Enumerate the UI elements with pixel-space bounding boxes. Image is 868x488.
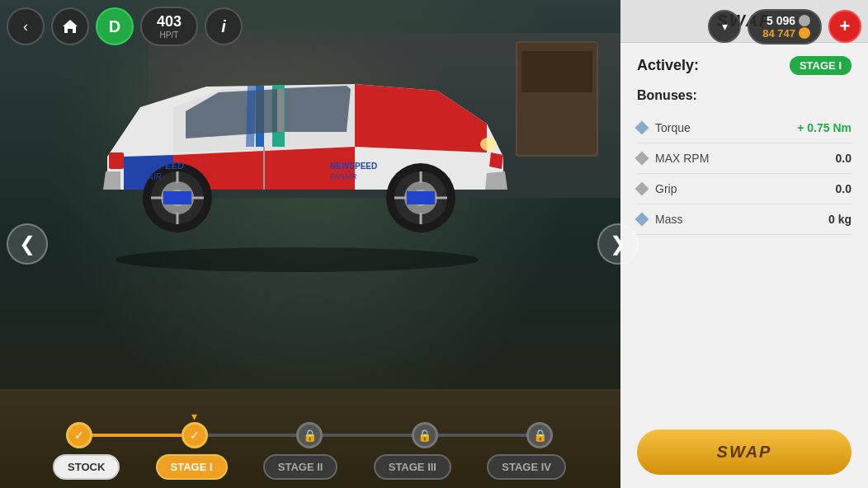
hp-display: 403 HP/T (140, 7, 198, 46)
swap-button[interactable]: SWAP (637, 429, 851, 475)
currency-display: 5 096 84 747 (748, 9, 822, 45)
actively-label: Actively: (637, 57, 699, 74)
add-currency-button[interactable]: + (828, 10, 861, 43)
back-button[interactable]: ‹ (7, 7, 45, 45)
grade-badge: D (96, 7, 134, 45)
mass-value: 0 kg (828, 213, 851, 226)
svg-point-0 (116, 247, 479, 272)
stage-4-button[interactable]: STAGE IV (487, 454, 566, 480)
grip-value: 0.0 (836, 182, 851, 195)
top-nav: ‹ D 403 HP/T i ▾ 5 096 84 747 + (7, 7, 861, 46)
svg-text:FANAIR: FANAIR (132, 172, 162, 181)
svg-text:NEWSPEED: NEWSPEED (132, 161, 184, 171)
svg-point-2 (480, 138, 497, 151)
silver-currency: 5 096 (767, 14, 810, 27)
svg-text:NEWSPEED: NEWSPEED (330, 162, 377, 171)
torque-diamond-icon (635, 121, 649, 135)
bonus-rpm-row: MAX RPM 0.0 (637, 143, 851, 174)
rpm-diamond-icon (635, 152, 649, 166)
stage-selector: ✓ ✓ ▾ 🔒 🔒 🔒 STOCK STAGE I STAGE II STAG (17, 423, 602, 480)
actively-row: Actively: STAGE I (637, 56, 851, 75)
svg-rect-3 (109, 152, 124, 169)
stage-node-stock[interactable]: ✓ (66, 422, 92, 448)
garage-button[interactable] (51, 7, 89, 45)
stage-node-4[interactable]: 🔒 (526, 422, 553, 448)
torque-value: + 0.75 Nm (797, 121, 851, 134)
stage-labels: STOCK STAGE I STAGE II STAGE III STAGE I… (17, 454, 602, 480)
torque-label: Torque (655, 121, 789, 134)
grip-label: Grip (655, 182, 828, 195)
dropdown-button[interactable]: ▾ (708, 10, 741, 43)
home-icon (61, 17, 79, 35)
grip-diamond-icon (635, 182, 649, 196)
info-button[interactable]: i (205, 7, 243, 45)
panel-content: Actively: STAGE I Bonuses: Torque + 0.75… (620, 43, 868, 416)
stage-node-3[interactable]: 🔒 (412, 422, 438, 448)
bonuses-label: Bonuses: (637, 88, 851, 103)
bonus-torque-row: Torque + 0.75 Nm (637, 113, 851, 143)
svg-text:FANAIR: FANAIR (330, 172, 357, 181)
prev-car-button[interactable]: ❮ (7, 223, 48, 265)
mass-diamond-icon (635, 213, 649, 227)
active-indicator: ▾ (191, 410, 197, 423)
mass-label: Mass (655, 213, 820, 226)
swap-btn-area: SWAP (620, 416, 868, 488)
bonus-mass-row: Mass 0 kg (637, 204, 851, 235)
gold-coin-icon (799, 27, 810, 39)
stage-node-1[interactable]: ✓ ▾ (182, 422, 208, 448)
gold-currency: 84 747 (762, 27, 810, 40)
stage-track: ✓ ✓ ▾ 🔒 🔒 🔒 (17, 423, 602, 448)
car-area: NEWSPEED FANAIR NEWSPEED FANAIR (0, 0, 623, 488)
rpm-label: MAX RPM (655, 152, 828, 165)
car-visual: NEWSPEED FANAIR NEWSPEED FANAIR (41, 25, 553, 272)
stage-nodes: ✓ ✓ ▾ 🔒 🔒 🔒 (66, 422, 553, 448)
stage-node-2[interactable]: 🔒 (296, 422, 323, 448)
right-panel: SWAP Actively: STAGE I Bonuses: Torque +… (620, 0, 868, 488)
active-stage-badge: STAGE I (790, 56, 851, 75)
stage-1-button[interactable]: STAGE I (156, 454, 228, 480)
stage-3-button[interactable]: STAGE III (374, 454, 451, 480)
rpm-value: 0.0 (836, 152, 851, 165)
stage-2-button[interactable]: STAGE II (263, 454, 338, 480)
silver-coin-icon (799, 15, 810, 26)
bonus-grip-row: Grip 0.0 (637, 174, 851, 204)
next-car-button[interactable]: ❯ (597, 223, 639, 265)
stage-stock-button[interactable]: STOCK (53, 454, 120, 480)
